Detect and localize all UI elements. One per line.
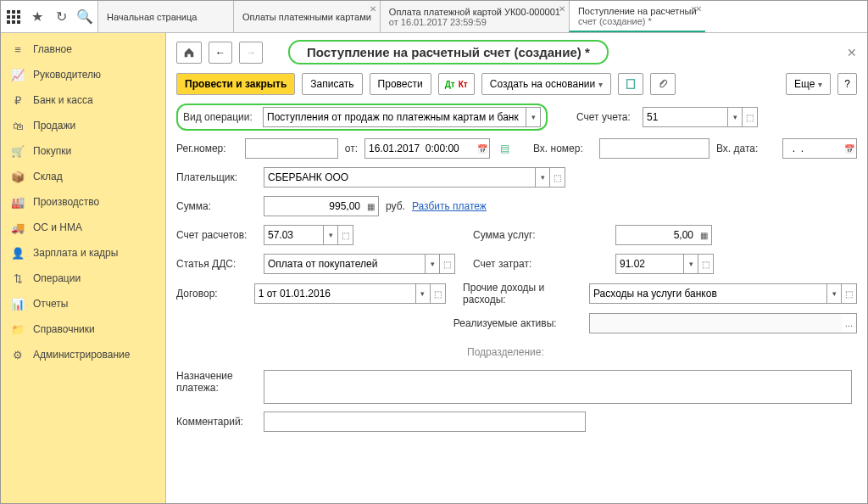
sidebar-item-catalogs[interactable]: 📁Справочники <box>1 316 165 342</box>
tab-card-payments[interactable]: Оплаты платежными картами ✕ <box>233 1 380 32</box>
sidebar-item-sales[interactable]: 🛍Продажи <box>1 113 165 138</box>
home-button[interactable] <box>176 42 202 64</box>
open-icon[interactable]: ⬚ <box>550 167 565 188</box>
sidebar-item-label: Склад <box>33 171 63 182</box>
assets-input[interactable] <box>589 313 842 333</box>
dropdown-icon[interactable]: ▾ <box>415 283 431 304</box>
sidebar-item-label: Покупки <box>33 145 71 157</box>
sidebar-item-bank[interactable]: ₽Банк и касса <box>1 87 165 113</box>
dtkt-button[interactable]: ДтКт <box>438 73 475 95</box>
sum-input[interactable] <box>264 196 364 216</box>
open-icon[interactable]: ⬚ <box>698 254 714 274</box>
sidebar-item-label: Руководителю <box>33 69 101 81</box>
page-title: Поступление на расчетный счет (создание)… <box>288 40 609 64</box>
purpose-input[interactable] <box>264 370 852 404</box>
calculator-icon[interactable]: ▦ <box>697 225 712 245</box>
history-icon[interactable]: ↻ <box>53 9 69 25</box>
tab-home[interactable]: Начальная страница <box>97 1 233 32</box>
forward-button[interactable]: → <box>239 42 263 64</box>
date-input[interactable] <box>364 138 475 159</box>
sidebar-item-label: Главное <box>33 43 72 55</box>
in-date-input[interactable] <box>782 138 842 159</box>
dropdown-icon[interactable]: ▾ <box>323 225 338 245</box>
gear-icon: ⚙ <box>11 348 25 361</box>
purpose-label: Назначение платежа: <box>176 370 257 394</box>
close-icon[interactable]: ✕ <box>695 4 702 14</box>
close-icon[interactable]: ✕ <box>847 46 857 59</box>
in-number-input[interactable] <box>599 138 709 159</box>
ellipsis-icon[interactable]: … <box>842 313 857 333</box>
comment-label: Комментарий: <box>176 416 257 428</box>
close-icon[interactable]: ✕ <box>370 4 376 14</box>
calendar-icon[interactable]: 📅 <box>842 138 857 159</box>
more-button[interactable]: Еще <box>786 73 831 95</box>
sidebar-item-main[interactable]: ≡Главное <box>1 36 165 62</box>
cost-acc-label: Счет затрат: <box>473 258 609 270</box>
sidebar-item-assets[interactable]: 🚚ОС и НМА <box>1 215 165 240</box>
dropdown-icon[interactable]: ▾ <box>683 254 698 274</box>
back-button[interactable]: ← <box>209 42 232 64</box>
service-sum-input[interactable] <box>615 225 697 245</box>
calendar-icon[interactable]: 📅 <box>475 138 490 159</box>
open-icon[interactable]: ⬚ <box>431 283 446 304</box>
op-type-input[interactable] <box>263 107 526 127</box>
comment-input[interactable] <box>264 412 586 432</box>
account-label: Счет учета: <box>576 111 636 123</box>
svg-rect-0 <box>627 80 635 89</box>
star-icon[interactable]: ★ <box>30 9 45 25</box>
reg-number-input[interactable] <box>245 138 338 159</box>
contract-input[interactable] <box>254 283 415 304</box>
tab-label: Оплаты платежными картами <box>242 12 371 22</box>
truck-icon: 🚚 <box>11 221 25 234</box>
apps-icon[interactable] <box>6 9 21 25</box>
tab-card-payment-doc[interactable]: Оплата платежной картой УК00-000001 от 1… <box>380 1 569 32</box>
open-icon[interactable]: ⬚ <box>440 254 455 274</box>
ruble-icon: ₽ <box>11 93 25 107</box>
cost-acc-input[interactable] <box>615 254 683 274</box>
sidebar-item-hr[interactable]: 👤Зарплата и кадры <box>1 240 165 266</box>
open-icon[interactable]: ⬚ <box>842 283 857 304</box>
menu-icon: ≡ <box>11 42 25 56</box>
other-income-input[interactable] <box>589 283 826 304</box>
sidebar-item-reports[interactable]: 📊Отчеты <box>1 291 165 316</box>
sidebar-item-production[interactable]: 🏭Производство <box>1 189 165 215</box>
dds-label: Статья ДДС: <box>176 258 257 270</box>
main-panel: ← → Поступление на расчетный счет (созда… <box>166 33 867 503</box>
sidebar-item-operations[interactable]: ⇅Операции <box>1 266 165 291</box>
dropdown-icon[interactable]: ▾ <box>826 283 842 304</box>
calculator-icon[interactable]: ▦ <box>364 196 379 216</box>
open-icon[interactable]: ⬚ <box>743 107 758 127</box>
person-icon: 👤 <box>11 246 25 260</box>
sidebar-item-admin[interactable]: ⚙Администрирование <box>1 342 165 367</box>
save-button[interactable]: Записать <box>302 73 362 95</box>
account-input[interactable] <box>643 107 727 127</box>
tab-bank-receipt[interactable]: Поступление на расчетный счет (создание)… <box>569 1 705 32</box>
sidebar-item-purchases[interactable]: 🛒Покупки <box>1 138 165 164</box>
sidebar-item-warehouse[interactable]: 📦Склад <box>1 164 165 189</box>
close-icon[interactable]: ✕ <box>559 4 565 14</box>
dds-input[interactable] <box>264 254 425 274</box>
sidebar-item-manager[interactable]: 📈Руководителю <box>1 62 165 87</box>
factory-icon: 🏭 <box>11 195 25 209</box>
chart-icon: 📈 <box>11 68 25 81</box>
settle-acc-input[interactable] <box>264 225 323 245</box>
assets-label: Реализуемые активы: <box>453 317 582 329</box>
dropdown-icon[interactable]: ▾ <box>526 107 541 127</box>
dropdown-icon[interactable]: ▾ <box>535 167 550 188</box>
payer-input[interactable] <box>264 167 535 188</box>
post-and-close-button[interactable]: Провести и закрыть <box>176 73 295 95</box>
dropdown-icon[interactable]: ▾ <box>425 254 440 274</box>
split-payment-link[interactable]: Разбить платеж <box>412 200 487 212</box>
payer-label: Плательщик: <box>176 171 257 183</box>
post-button[interactable]: Провести <box>370 73 431 95</box>
print-button[interactable] <box>618 73 643 95</box>
home-icon <box>183 47 195 59</box>
search-icon[interactable]: 🔍 <box>77 9 92 25</box>
tab-sublabel: от 16.01.2017 23:59:59 <box>389 17 560 27</box>
help-button[interactable]: ? <box>837 73 857 95</box>
open-icon[interactable]: ⬚ <box>338 225 353 245</box>
attach-button[interactable] <box>650 73 676 95</box>
reg-number-label: Рег.номер: <box>176 143 238 154</box>
create-based-button[interactable]: Создать на основании <box>481 73 612 95</box>
dropdown-icon[interactable]: ▾ <box>727 107 743 127</box>
